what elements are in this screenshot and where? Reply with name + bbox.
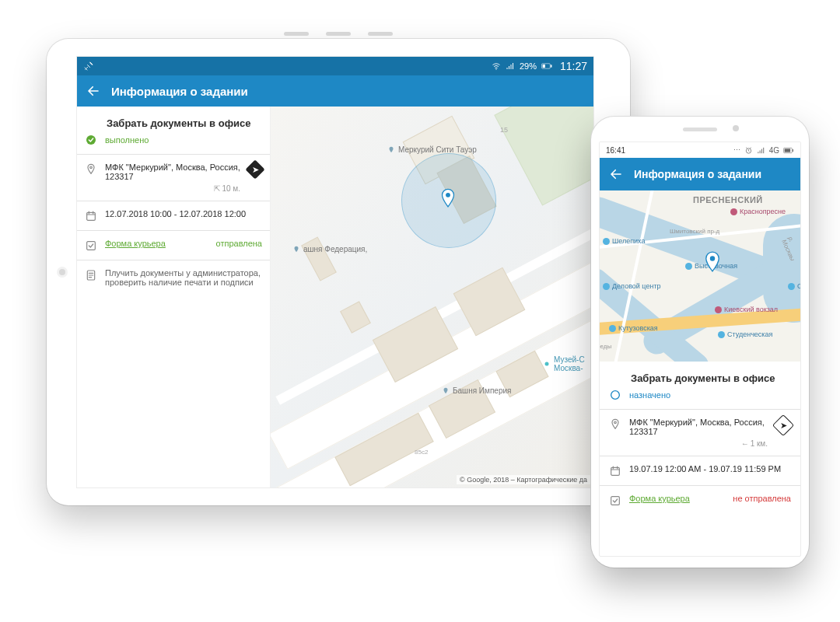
location-pin-icon	[85, 163, 97, 176]
metro-sm: См	[788, 282, 800, 290]
form-link[interactable]: Форма курьера	[105, 239, 166, 248]
network-type: 4G	[769, 146, 779, 155]
appbar-title: Информация о задании	[634, 168, 761, 180]
alarm-icon	[744, 146, 753, 155]
task-address: МФК "Меркурий", Москва, Россия, 123317	[629, 418, 768, 436]
directions-button[interactable]: ➤	[772, 414, 794, 436]
district-label: ПРЕСНЕНСКИЙ	[693, 195, 763, 204]
map-poi-empire: Башня Империя	[442, 386, 511, 395]
svg-rect-18	[611, 467, 620, 475]
location-pin	[440, 188, 456, 211]
metro-kutuzovskaya: Кутузовская	[609, 324, 658, 332]
svg-rect-19	[611, 497, 620, 505]
map-poi-mercury: Меркурий Сити Тауэр	[387, 145, 477, 154]
svg-point-4	[86, 135, 96, 145]
task-time-window: 12.07.2018 10:00 - 12.07.2018 12:00	[105, 209, 262, 218]
task-address: МФК "Меркурий", Москва, Россия, 123317	[105, 162, 240, 181]
task-title: Забрать документы в офисе	[107, 117, 262, 129]
phone-screen: 16:41 ⋯ 4G Информация о задании	[599, 142, 801, 557]
status-label: выполнено	[105, 135, 149, 145]
metro-delovoy: Деловой центр	[603, 282, 661, 290]
status-assigned-icon	[609, 389, 621, 401]
svg-point-9	[545, 362, 549, 366]
status-time: 11:27	[560, 60, 587, 72]
battery-icon	[783, 147, 794, 154]
svg-rect-2	[551, 65, 552, 67]
svg-rect-6	[87, 212, 96, 220]
metro-shelepikha: Шелепиха	[603, 237, 646, 245]
battery-percent: 29%	[520, 61, 537, 71]
form-status: не отправлена	[733, 494, 791, 503]
back-arrow-icon[interactable]	[609, 167, 623, 181]
form-check-icon	[85, 239, 97, 252]
location-pin-icon	[609, 418, 621, 431]
phone-status-bar: 16:41 ⋯ 4G	[600, 142, 800, 158]
form-link[interactable]: Форма курьера	[629, 494, 690, 503]
road-bedy: беды	[600, 343, 611, 350]
tablet-device-frame: 29% 11:27 Информация о задании Забрать д…	[47, 39, 630, 505]
metro-kievsky: Киевский вокзал	[715, 306, 778, 313]
map-poi-museum: Музей-С Москва-	[543, 355, 585, 372]
tablet-app-bar: Информация о задании	[77, 75, 593, 107]
road-label-85c2: 85с2	[415, 449, 428, 456]
svg-point-17	[614, 421, 617, 424]
calendar-icon	[85, 210, 97, 222]
phone-app-bar: Информация о задании	[600, 158, 800, 190]
directions-button[interactable]: ➤	[245, 159, 264, 179]
form-status: отправлена	[216, 239, 262, 248]
svg-point-16	[611, 391, 620, 400]
phone-map[interactable]: ПРЕСНЕНСКИЙ Шелепиха Деловой центр Выста…	[600, 190, 800, 362]
svg-point-5	[90, 166, 93, 169]
task-time-window: 19.07.19 12:00 AM - 19.07.19 11:59 PM	[629, 464, 791, 473]
tablet-map[interactable]: Меркурий Сити Тауэр ашня Федерация, Башн…	[271, 107, 593, 487]
svg-point-10	[446, 193, 450, 197]
wifi-icon	[492, 61, 501, 71]
signal-icon	[506, 61, 515, 71]
form-check-icon	[609, 494, 621, 507]
tablet-status-bar: 29% 11:27	[77, 57, 593, 75]
svg-rect-13	[793, 149, 793, 151]
building-number: 15	[500, 126, 508, 134]
phone-task-panel: Забрать документы в офисе назначено МФК …	[600, 362, 800, 515]
task-title: Забрать документы в офисе	[631, 372, 793, 384]
metro-studencheskaya: Студенческая	[718, 330, 772, 338]
svg-point-15	[710, 256, 715, 260]
road-shmitovsky: Шмитовский пр-д	[670, 228, 719, 235]
metro-krasnopresn: Краснопресне	[730, 208, 786, 215]
task-notes: Плучить документы у администратора, пров…	[105, 268, 262, 287]
phone-device-frame: 16:41 ⋯ 4G Информация о задании	[591, 117, 809, 568]
svg-rect-14	[785, 149, 791, 152]
satellite-icon	[83, 61, 94, 72]
svg-rect-3	[543, 65, 545, 68]
battery-icon	[541, 62, 552, 70]
appbar-title: Информация о задании	[111, 85, 248, 98]
svg-point-0	[495, 68, 496, 69]
task-distance: 10 м.	[222, 184, 240, 193]
task-distance: 1 км.	[751, 439, 768, 448]
tablet-task-panel: Забрать документы в офисе выполнено МФК …	[77, 107, 271, 487]
status-done-icon	[85, 134, 97, 146]
map-poi-federation: ашня Федерация,	[292, 245, 367, 253]
calendar-icon	[609, 465, 621, 477]
svg-rect-7	[87, 242, 96, 250]
map-attribution: © Google, 2018 – Картографические да	[457, 475, 590, 484]
signal-icon	[757, 146, 765, 155]
status-time: 16:41	[606, 146, 625, 155]
notes-icon	[85, 269, 97, 281]
tablet-screen: 29% 11:27 Информация о задании Забрать д…	[76, 56, 594, 488]
task-location-pin	[704, 251, 721, 276]
back-arrow-icon[interactable]	[86, 84, 100, 98]
status-label: назначено	[629, 390, 670, 400]
